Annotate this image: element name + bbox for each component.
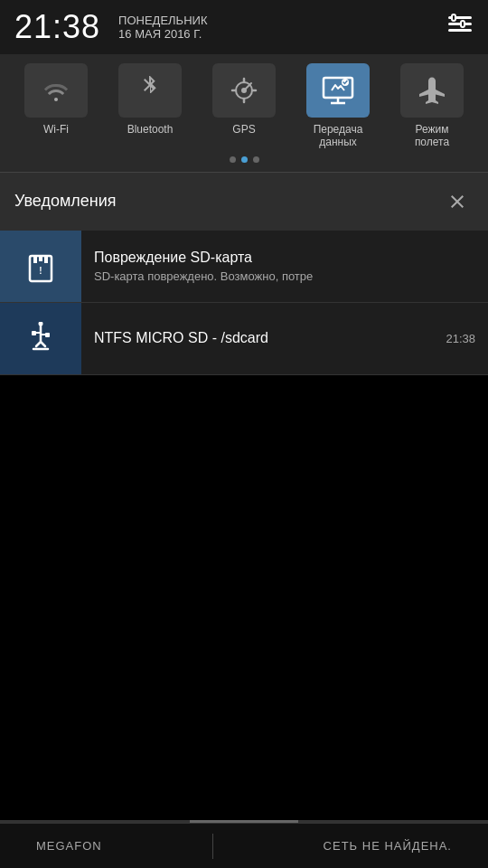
notifications-header: Уведомления [0, 172, 488, 231]
svg-rect-14 [39, 256, 42, 261]
day-name: ПОНЕДЕЛЬНИК [118, 14, 207, 27]
ntfs-time: 21:38 [446, 330, 475, 345]
quick-bluetooth[interactable]: Bluetooth [109, 63, 191, 136]
bottom-bar: MEGAFON СЕТЬ НЕ НАЙДЕНА. [0, 823, 488, 868]
notifications-title: Уведомления [14, 192, 117, 211]
close-icon [446, 191, 468, 212]
carrier-name: MEGAFON [36, 839, 102, 853]
svg-rect-4 [461, 21, 465, 27]
ntfs-content: NTFS MICRO SD - /sdcard 21:38 [81, 303, 488, 374]
notification-sd-damage[interactable]: ! Повреждение SD-карта SD-карта поврежде… [0, 231, 488, 303]
date-full: 16 МАЯ 2016 Г. [118, 27, 202, 41]
sdcard-icon: ! [23, 249, 58, 283]
sd-damage-title-row: Повреждение SD-карта [94, 250, 475, 266]
status-bar: 21:38 ПОНЕДЕЛЬНИК 16 МАЯ 2016 Г. [0, 0, 488, 54]
close-notifications-button[interactable] [441, 185, 474, 218]
quick-wifi[interactable]: Wi-Fi [15, 63, 97, 136]
ntfs-title: NTFS MICRO SD - /sdcard [94, 330, 268, 346]
dot-3 [253, 156, 259, 163]
bluetooth-icon-box[interactable] [118, 63, 182, 118]
sd-damage-title: Повреждение SD-карта [94, 250, 252, 266]
network-status: СЕТЬ НЕ НАЙДЕНА. [324, 839, 452, 853]
status-right [446, 11, 474, 43]
bluetooth-icon [136, 74, 164, 107]
svg-rect-3 [452, 14, 455, 21]
svg-text:!: ! [39, 266, 42, 276]
svg-rect-18 [32, 331, 36, 335]
quick-settings-panel: Wi-Fi Bluetooth GPS [0, 54, 488, 172]
date-info: ПОНЕДЕЛЬНИК 16 МАЯ 2016 Г. [118, 14, 207, 41]
notification-ntfs[interactable]: NTFS MICRO SD - /sdcard 21:38 [0, 303, 488, 375]
svg-line-7 [244, 83, 251, 90]
svg-rect-13 [33, 256, 37, 263]
svg-point-17 [39, 322, 43, 326]
sd-damage-content: Повреждение SD-карта SD-карта повреждено… [81, 231, 488, 302]
gps-label: GPS [232, 123, 255, 136]
dot-1 [230, 156, 236, 163]
ntfs-icon-area [0, 303, 81, 374]
airplane-icon [417, 75, 447, 106]
time-display: 21:38 [14, 8, 100, 46]
gps-icon-box[interactable] [212, 63, 276, 118]
airplane-label: Режимполета [415, 123, 449, 149]
wifi-icon-box[interactable] [24, 63, 88, 118]
quick-icons-row: Wi-Fi Bluetooth GPS [0, 63, 488, 149]
scroll-hint-bar [190, 820, 298, 823]
dot-2 [241, 156, 248, 163]
svg-rect-19 [45, 333, 50, 337]
usb-icon [24, 322, 57, 354]
status-left: 21:38 ПОНЕДЕЛЬНИК 16 МАЯ 2016 Г. [14, 8, 207, 46]
bluetooth-label: Bluetooth [127, 123, 174, 136]
quick-airplane[interactable]: Режимполета [391, 63, 473, 149]
ntfs-title-row: NTFS MICRO SD - /sdcard 21:38 [94, 330, 475, 346]
svg-rect-15 [44, 256, 48, 263]
bottom-divider [212, 834, 213, 859]
gps-icon [229, 75, 259, 106]
svg-rect-2 [448, 29, 472, 32]
airplane-icon-box[interactable] [400, 63, 464, 118]
quick-data-transfer[interactable]: Передачаданных [297, 63, 379, 149]
quick-gps[interactable]: GPS [203, 63, 285, 136]
wifi-label: Wi-Fi [43, 123, 69, 136]
dots-row [0, 149, 488, 166]
wifi-icon [40, 74, 72, 107]
data-transfer-icon-box[interactable] [306, 63, 370, 118]
data-transfer-icon [321, 73, 355, 108]
scroll-hint [0, 820, 488, 823]
data-transfer-label: Передачаданных [314, 123, 363, 149]
sd-damage-subtitle: SD-карта повреждено. Возможно, потре [94, 269, 401, 283]
adjust-icon [446, 11, 474, 43]
sd-damage-icon-area: ! [0, 231, 81, 302]
